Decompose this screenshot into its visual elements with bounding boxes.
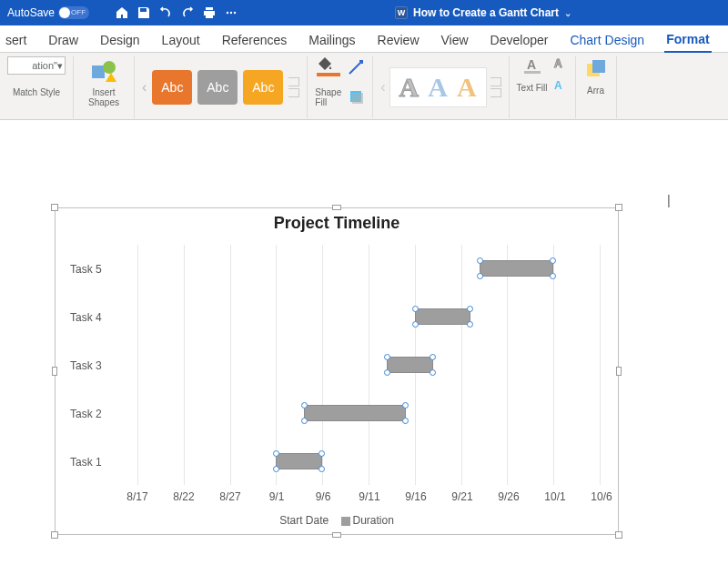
undo-icon[interactable]	[158, 5, 173, 20]
chart-legend[interactable]: Start Date Duration	[56, 514, 618, 527]
gantt-bar[interactable]	[415, 308, 470, 325]
ribbon: ation"▾ Match Style Insert Shapes ‹ Abc …	[0, 53, 728, 120]
bar-selection-handle[interactable]	[273, 450, 279, 457]
home-icon[interactable]	[115, 5, 129, 20]
bar-selection-handle[interactable]	[467, 306, 473, 312]
gantt-bar[interactable]	[480, 260, 553, 277]
group-selection: ation"▾ Match Style	[0, 56, 74, 118]
bar-selection-handle[interactable]	[412, 321, 419, 328]
shape-outline-button[interactable]	[347, 58, 365, 80]
tab-draw[interactable]: Draw	[46, 29, 80, 52]
chevron-down-icon[interactable]: ⌄	[564, 8, 571, 18]
legend-start: Start Date	[279, 514, 329, 527]
chevron-left-icon[interactable]: ‹	[142, 79, 147, 96]
grid-line	[369, 245, 369, 485]
wordart-gallery[interactable]: A A A	[389, 67, 487, 107]
bar-selection-handle[interactable]	[550, 257, 556, 264]
bar-selection-handle[interactable]	[477, 257, 483, 264]
svg-point-0	[227, 12, 228, 14]
chart-object[interactable]: Project Timeline Start Date Duration 8/1…	[55, 207, 619, 535]
wordart-style-3[interactable]: A	[457, 74, 477, 101]
x-axis-label: 10/1	[544, 490, 565, 503]
wordart-style-2[interactable]: A	[428, 74, 448, 101]
shape-style-2[interactable]: Abc	[197, 70, 238, 105]
bar-selection-handle[interactable]	[467, 321, 473, 328]
toggle-switch-icon[interactable]	[58, 6, 89, 19]
bar-selection-handle[interactable]	[550, 273, 556, 279]
arrange-button[interactable]	[583, 56, 609, 86]
x-axis-label: 9/6	[316, 490, 331, 503]
more-icon[interactable]	[224, 5, 238, 20]
gallery-expand[interactable]	[490, 67, 501, 107]
text-fill-label: Text Fill	[517, 83, 548, 93]
grid-line	[507, 245, 508, 485]
tab-chart-design[interactable]: Chart Design	[568, 29, 646, 52]
match-style-button[interactable]: Match Style	[13, 87, 60, 97]
bar-selection-handle[interactable]	[384, 354, 390, 360]
insert-shapes-button[interactable]: Insert Shapes	[81, 56, 126, 109]
shape-style-1[interactable]: Abc	[152, 70, 192, 105]
svg-rect-8	[524, 71, 541, 74]
text-fill-button[interactable]: A	[521, 56, 543, 78]
tab-developer[interactable]: Developer	[489, 29, 551, 52]
save-icon[interactable]	[136, 5, 151, 20]
y-axis-label: Task 4	[56, 311, 128, 324]
grid-line	[461, 245, 462, 485]
autosave-toggle[interactable]: AutoSave OFF	[7, 6, 107, 19]
y-axis-label: Task 5	[56, 263, 128, 276]
chevron-left-icon[interactable]: ‹	[380, 79, 385, 96]
gantt-bar[interactable]	[276, 453, 322, 469]
x-axis-label: 9/16	[405, 490, 426, 503]
shape-style-3[interactable]: Abc	[243, 70, 283, 105]
arrange-label: Arra	[587, 86, 604, 96]
gallery-expand[interactable]	[288, 70, 299, 105]
bar-selection-handle[interactable]	[301, 402, 308, 409]
chevron-down-icon: ▾	[57, 60, 63, 72]
title-bar: AutoSave OFF W How to Create a Gantt Cha…	[0, 0, 728, 25]
text-fill-icon: A	[521, 56, 543, 75]
insert-shapes-label: Insert Shapes	[88, 87, 119, 107]
gantt-bar[interactable]	[304, 405, 406, 421]
x-axis-label: 9/26	[498, 490, 519, 503]
bar-selection-handle[interactable]	[301, 418, 308, 424]
gantt-bar[interactable]	[387, 357, 433, 373]
text-outline-button[interactable]: A	[551, 56, 568, 73]
tab-view[interactable]: View	[440, 29, 470, 52]
plot-area[interactable]	[137, 245, 600, 485]
grid-line	[553, 245, 554, 485]
document-title: W How to Create a Gantt Chart ⌄	[238, 6, 728, 19]
wordart-style-1[interactable]: A	[399, 74, 420, 101]
selection-dropdown[interactable]: ation"▾	[7, 56, 66, 75]
x-axis-label: 9/21	[451, 490, 472, 503]
bar-selection-handle[interactable]	[273, 466, 279, 472]
bar-selection-handle[interactable]	[477, 273, 483, 279]
tab-format[interactable]: Format	[664, 28, 711, 53]
bar-selection-handle[interactable]	[430, 354, 436, 360]
bar-selection-handle[interactable]	[402, 418, 409, 424]
tab-review[interactable]: Review	[376, 29, 421, 52]
text-effects-button[interactable]: A	[551, 78, 568, 95]
svg-rect-12	[592, 60, 605, 73]
tab-mailings[interactable]: Mailings	[307, 29, 357, 52]
bar-selection-handle[interactable]	[430, 369, 436, 376]
bar-selection-handle[interactable]	[318, 466, 325, 472]
bar-selection-handle[interactable]	[384, 369, 390, 376]
word-window: AutoSave OFF W How to Create a Gantt Cha…	[0, 0, 728, 575]
tab-references[interactable]: References	[220, 29, 289, 52]
shape-effects-button[interactable]	[347, 87, 365, 109]
print-icon[interactable]	[202, 5, 217, 20]
tab-design[interactable]: Design	[98, 29, 142, 52]
text-cursor-icon: I	[667, 191, 670, 212]
shape-fill-button[interactable]	[317, 56, 340, 76]
tab-insert[interactable]: sert	[4, 29, 28, 52]
redo-icon[interactable]	[180, 5, 195, 20]
chart-title[interactable]: Project Timeline	[56, 208, 618, 237]
bar-selection-handle[interactable]	[402, 402, 409, 409]
y-axis-label: Task 2	[56, 408, 128, 420]
group-arrange: Arra	[576, 56, 617, 118]
bar-selection-handle[interactable]	[318, 450, 325, 457]
y-axis-label: Task 3	[56, 359, 128, 372]
tab-layout[interactable]: Layout	[160, 29, 202, 52]
bar-selection-handle[interactable]	[412, 306, 419, 312]
document-canvas[interactable]: I Project Timeline Start Date Duration 8…	[0, 120, 728, 575]
